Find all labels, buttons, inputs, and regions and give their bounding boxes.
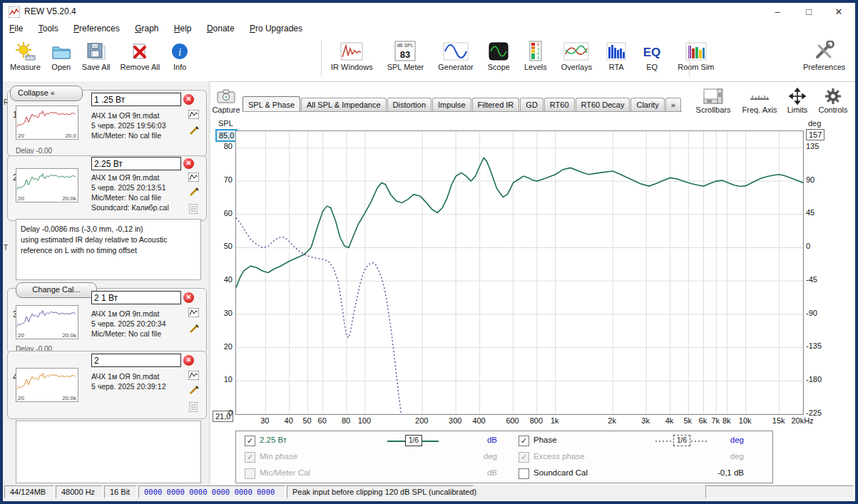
measurement-name-input[interactable] xyxy=(91,354,181,367)
y-tick-label: 70 xyxy=(224,175,233,184)
preferences-button[interactable]: Preferences xyxy=(800,38,848,73)
trace-checkbox[interactable]: ✓ xyxy=(245,436,255,446)
measurement-soundcard: Soundcard: Калибр.cal xyxy=(91,203,169,212)
measurement-name-input[interactable] xyxy=(91,291,181,304)
svg-text:dB SPL: dB SPL xyxy=(397,43,414,48)
measurement-thumbnail[interactable]: 20 20.0k xyxy=(16,368,78,402)
collapse-button[interactable]: Collapse « xyxy=(10,86,83,101)
measurement-thumbnail[interactable]: 20 20.0k xyxy=(16,305,78,339)
mic-cal-checkbox[interactable] xyxy=(245,468,255,479)
save-all-button[interactable]: Save All xyxy=(79,38,113,73)
trace-color-icon[interactable] xyxy=(189,125,200,137)
peak-input-status: Peak input before clipping 120 dB SPL (u… xyxy=(287,485,474,498)
maximize-button[interactable]: □ xyxy=(795,3,822,21)
unit-label: deg xyxy=(718,436,744,444)
smoothing-control[interactable]: 1/6 xyxy=(387,435,439,446)
menu-item-preferences[interactable]: Preferences xyxy=(67,21,126,36)
menu-item-help[interactable]: Help xyxy=(168,21,198,36)
rta-button[interactable]: RTA xyxy=(603,38,629,73)
measurement-name-input[interactable] xyxy=(91,93,181,106)
scrollbars-button[interactable]: Scrollbars xyxy=(690,87,736,114)
phase-smoothing-control[interactable]: 1/6 xyxy=(655,435,707,446)
delete-measurement-button[interactable]: ✕ xyxy=(183,292,194,303)
spl-meter-button[interactable]: dB SPL83 SPL Meter xyxy=(384,38,427,73)
tab-gd[interactable]: GD xyxy=(520,98,543,111)
min-phase-checkbox[interactable]: ✓ xyxy=(245,452,255,463)
notes-icon[interactable] xyxy=(189,204,200,215)
minimize-button[interactable]: – xyxy=(764,3,791,21)
change-cal-button[interactable]: Change Cal... xyxy=(16,282,97,298)
y-axis-left: 80706050403020100 xyxy=(213,130,234,413)
trace-label: 2.25 Вт xyxy=(260,436,287,444)
measurement-name-input[interactable] xyxy=(91,157,181,170)
capture-button[interactable]: Capture xyxy=(211,87,241,114)
capture-label: Capture xyxy=(212,106,240,114)
phase-checkbox[interactable]: ✓ xyxy=(519,436,529,446)
scope-button[interactable]: Scope xyxy=(485,38,513,73)
delete-measurement-button[interactable]: ✕ xyxy=(183,158,194,169)
tab-rt60-decay[interactable]: RT60 Decay xyxy=(576,98,630,111)
generator-button[interactable]: Generator xyxy=(435,38,476,73)
open-button[interactable]: Open xyxy=(48,38,75,73)
ir-graph-icon[interactable] xyxy=(188,110,200,121)
freq-axis-button[interactable]: Freq. Axis xyxy=(739,87,780,114)
remove-all-button[interactable]: Remove All xyxy=(118,38,163,73)
trace-color-icon[interactable] xyxy=(189,324,200,335)
measurement-cal: Mic/Meter: No cal file xyxy=(91,329,161,338)
gear-icon xyxy=(824,87,842,106)
excess-phase-checkbox[interactable]: ✓ xyxy=(519,452,529,463)
tab-clarity[interactable]: Clarity xyxy=(630,98,664,111)
y-tick-label: -180 xyxy=(806,375,822,384)
y-tick-label: 30 xyxy=(224,309,233,317)
trace-color-icon[interactable] xyxy=(189,187,200,198)
ir-graph-icon[interactable] xyxy=(188,308,200,319)
limits-label: Limits xyxy=(787,106,808,114)
limits-button[interactable]: Limits xyxy=(782,87,813,114)
menu-item-graph[interactable]: Graph xyxy=(128,21,165,36)
tab-overflow[interactable]: » xyxy=(665,98,681,111)
excess-phase-label: Excess phase xyxy=(533,452,585,461)
overlays-button[interactable]: Overlays xyxy=(558,38,595,73)
tab-distortion[interactable]: Distortion xyxy=(387,98,431,111)
status-empty-cell xyxy=(705,485,854,498)
measurement-file: АЧХ 1м ОЯ 9п.mdat xyxy=(91,309,159,318)
smoothing-value[interactable]: 1/6 xyxy=(405,435,422,446)
soundcard-cal-checkbox[interactable] xyxy=(519,468,529,479)
panel-splitter[interactable] xyxy=(208,81,210,485)
delete-measurement-button[interactable]: ✕ xyxy=(183,94,194,105)
y-tick-label: -45 xyxy=(806,275,817,284)
measurement-date: 5 черв. 2025 19:56:03 xyxy=(91,121,165,130)
measure-button[interactable]: Measure xyxy=(7,38,44,73)
delete-measurement-button[interactable]: ✕ xyxy=(183,355,194,366)
levels-button[interactable]: 0369 Levels xyxy=(521,38,550,73)
graph-tabs: SPL & Phase All SPL & Impedance Distorti… xyxy=(242,96,682,112)
tab-filtered-ir[interactable]: Filtered IR xyxy=(472,98,520,111)
measurement-thumbnail[interactable]: 20 20.0k xyxy=(16,168,78,202)
menu-item-pro-upgrades[interactable]: Pro Upgrades xyxy=(243,21,309,36)
ir-windows-button[interactable]: IR Windows xyxy=(328,38,376,73)
close-button[interactable]: ✕ xyxy=(825,3,852,21)
notes-icon[interactable] xyxy=(189,402,200,413)
smoothing-value[interactable]: 1/6 xyxy=(673,435,690,446)
menu-item-file[interactable]: File xyxy=(3,21,29,36)
measurement-thumbnail[interactable]: 20 20.0 xyxy=(16,106,78,140)
menu-item-tools[interactable]: Tools xyxy=(32,21,65,36)
ir-graph-icon[interactable] xyxy=(188,371,200,382)
x-tick-label: 20kHz xyxy=(791,416,813,425)
tab-impulse[interactable]: Impulse xyxy=(432,98,471,111)
measurement-date: 5 черв. 2025 20:20:34 xyxy=(91,319,165,328)
tab-all-spl-impedance[interactable]: All SPL & Impedance xyxy=(301,98,387,111)
menu-item-donate[interactable]: Donate xyxy=(200,21,241,36)
info-button[interactable]: i Info xyxy=(167,38,193,73)
controls-button[interactable]: Controls xyxy=(814,87,852,114)
mic-cal-label: Mic/Meter Cal xyxy=(260,468,310,477)
tab-rt60[interactable]: RT60 xyxy=(544,98,575,111)
ir-graph-icon[interactable] xyxy=(188,173,200,184)
room-sim-button[interactable]: Room Sim xyxy=(675,38,717,73)
levels-icon: 0369 xyxy=(528,40,543,63)
tab-spl-phase[interactable]: SPL & Phase xyxy=(242,96,300,111)
eq-button[interactable]: EQ EQ xyxy=(638,38,666,73)
spl-meter-icon: dB SPL83 xyxy=(393,40,417,63)
menu-bar: File Tools Preferences Graph Help Donate… xyxy=(3,21,855,37)
trace-color-icon[interactable] xyxy=(189,385,200,396)
